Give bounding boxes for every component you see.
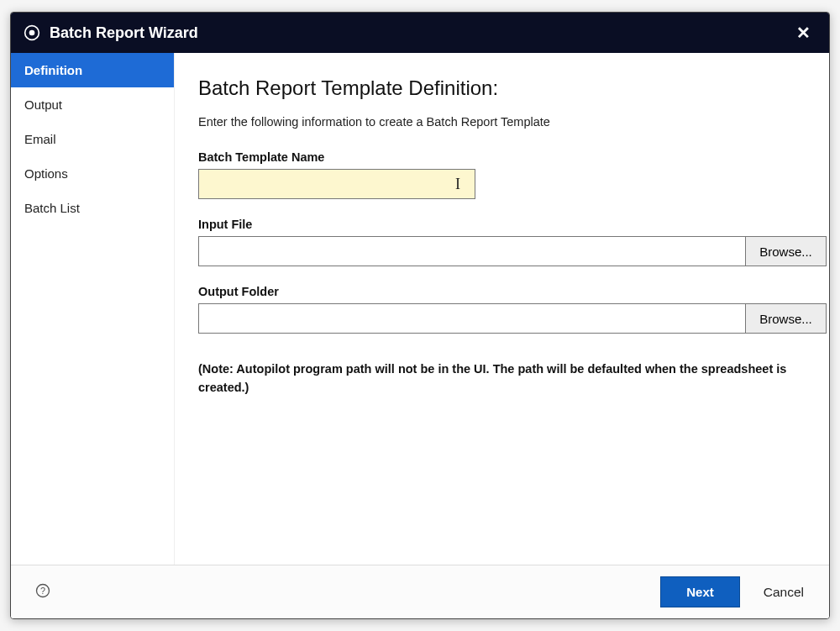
next-button[interactable]: Next <box>660 576 740 607</box>
input-file-browse-button[interactable]: Browse... <box>746 236 827 266</box>
output-folder-input[interactable] <box>198 303 746 334</box>
sidebar-item-batch-list[interactable]: Batch List <box>11 191 174 225</box>
template-name-label: Batch Template Name <box>198 150 806 164</box>
close-icon: ✕ <box>796 24 811 42</box>
help-icon: ? <box>34 582 51 602</box>
svg-text:?: ? <box>40 586 45 596</box>
sidebar-item-output[interactable]: Output <box>11 87 174 122</box>
input-file-input[interactable] <box>198 236 746 266</box>
sidebar-item-label: Output <box>24 97 62 112</box>
content-pane: Batch Report Template Definition: Enter … <box>175 53 829 565</box>
footer: ? Next Cancel <box>11 565 829 618</box>
output-folder-browse-button[interactable]: Browse... <box>746 303 827 334</box>
help-button[interactable]: ? <box>31 581 55 604</box>
titlebar-left: Batch Report Wizard <box>23 24 198 42</box>
app-icon <box>23 24 41 42</box>
sidebar-item-email[interactable]: Email <box>11 122 174 156</box>
note-text: (Note: Autopilot program path will not b… <box>198 360 806 397</box>
sidebar-item-options[interactable]: Options <box>11 156 174 191</box>
page-description: Enter the following information to creat… <box>198 115 806 129</box>
sidebar: Definition Output Email Options Batch Li… <box>11 53 175 565</box>
batch-report-wizard-dialog: Batch Report Wizard ✕ Definition Output … <box>10 12 830 619</box>
dialog-body: Definition Output Email Options Batch Li… <box>11 53 829 565</box>
window-title: Batch Report Wizard <box>50 24 198 42</box>
close-button[interactable]: ✕ <box>790 19 817 46</box>
output-folder-label: Output Folder <box>198 285 806 298</box>
sidebar-item-label: Definition <box>24 63 82 77</box>
footer-buttons: Next Cancel <box>660 576 809 607</box>
input-file-label: Input File <box>198 218 806 231</box>
sidebar-item-label: Batch List <box>24 201 80 215</box>
field-output-folder: Output Folder Browse... <box>198 285 806 334</box>
titlebar: Batch Report Wizard ✕ <box>11 13 829 53</box>
field-input-file: Input File Browse... <box>198 218 806 266</box>
svg-point-1 <box>29 30 35 36</box>
sidebar-item-label: Email <box>24 132 56 146</box>
sidebar-item-definition[interactable]: Definition <box>11 53 174 87</box>
page-title: Batch Report Template Definition: <box>198 76 806 100</box>
cancel-button[interactable]: Cancel <box>759 578 809 607</box>
sidebar-item-label: Options <box>24 166 68 181</box>
field-template-name: Batch Template Name I <box>198 150 806 199</box>
template-name-input[interactable] <box>198 169 475 199</box>
